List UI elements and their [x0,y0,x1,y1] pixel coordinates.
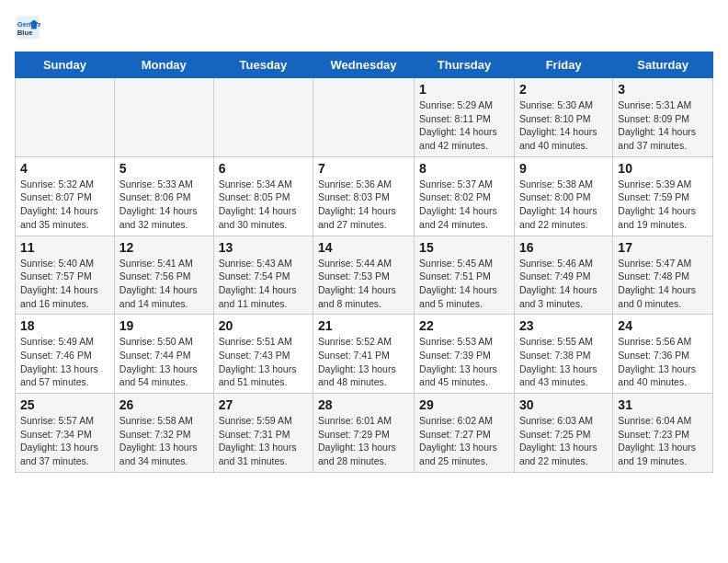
day-info: Sunrise: 5:53 AM Sunset: 7:39 PM Dayligh… [419,335,509,389]
svg-text:General: General [17,20,40,29]
day-number: 9 [519,161,608,176]
day-info: Sunrise: 5:58 AM Sunset: 7:32 PM Dayligh… [119,414,209,468]
day-number: 29 [419,397,509,412]
calendar-cell: 17Sunrise: 5:47 AM Sunset: 7:48 PM Dayli… [613,236,713,315]
calendar-cell: 24Sunrise: 5:56 AM Sunset: 7:36 PM Dayli… [613,315,713,394]
day-info: Sunrise: 5:29 AM Sunset: 8:11 PM Dayligh… [419,98,509,153]
day-info: Sunrise: 6:02 AM Sunset: 7:27 PM Dayligh… [419,414,509,468]
day-info: Sunrise: 6:01 AM Sunset: 7:29 PM Dayligh… [318,414,409,468]
day-info: Sunrise: 5:47 AM Sunset: 7:48 PM Dayligh… [618,257,708,311]
day-number: 2 [519,82,608,97]
day-number: 10 [618,161,708,176]
day-info: Sunrise: 5:32 AM Sunset: 8:07 PM Dayligh… [20,178,109,232]
calendar-cell: 15Sunrise: 5:45 AM Sunset: 7:51 PM Dayli… [415,236,515,315]
calendar-cell: 9Sunrise: 5:38 AM Sunset: 8:00 PM Daylig… [514,156,612,236]
weekday-header-tuesday: Tuesday [213,52,313,78]
page-header: General Blue [15,15,713,40]
calendar-cell: 30Sunrise: 6:03 AM Sunset: 7:25 PM Dayli… [514,394,612,473]
calendar-cell: 31Sunrise: 6:04 AM Sunset: 7:23 PM Dayli… [613,394,713,473]
day-number: 17 [618,240,708,255]
day-number: 13 [219,240,308,255]
day-info: Sunrise: 5:51 AM Sunset: 7:43 PM Dayligh… [219,335,308,389]
calendar-cell: 6Sunrise: 5:34 AM Sunset: 8:05 PM Daylig… [213,156,313,236]
day-info: Sunrise: 5:34 AM Sunset: 8:05 PM Dayligh… [219,178,308,232]
day-info: Sunrise: 5:33 AM Sunset: 8:06 PM Dayligh… [119,178,209,232]
calendar-table: SundayMondayTuesdayWednesdayThursdayFrid… [15,52,713,473]
day-number: 31 [618,397,708,412]
day-number: 16 [519,240,608,255]
day-number: 20 [219,318,308,333]
weekday-header-friday: Friday [514,52,612,78]
day-info: Sunrise: 5:40 AM Sunset: 7:57 PM Dayligh… [20,257,109,311]
calendar-cell: 16Sunrise: 5:46 AM Sunset: 7:49 PM Dayli… [514,236,612,315]
calendar-cell: 25Sunrise: 5:57 AM Sunset: 7:34 PM Dayli… [16,394,115,473]
day-number: 25 [20,397,109,412]
day-info: Sunrise: 5:41 AM Sunset: 7:56 PM Dayligh… [119,257,209,311]
calendar-cell [313,78,415,157]
day-number: 19 [119,318,209,333]
day-info: Sunrise: 6:03 AM Sunset: 7:25 PM Dayligh… [519,414,608,468]
weekday-header-wednesday: Wednesday [313,52,415,78]
calendar-cell: 12Sunrise: 5:41 AM Sunset: 7:56 PM Dayli… [114,236,213,315]
calendar-cell: 11Sunrise: 5:40 AM Sunset: 7:57 PM Dayli… [16,236,115,315]
day-number: 1 [419,82,509,97]
calendar-cell: 3Sunrise: 5:31 AM Sunset: 8:09 PM Daylig… [613,78,713,157]
day-info: Sunrise: 5:37 AM Sunset: 8:02 PM Dayligh… [419,178,509,232]
day-info: Sunrise: 5:43 AM Sunset: 7:54 PM Dayligh… [219,257,308,311]
weekday-header-saturday: Saturday [613,52,713,78]
day-number: 28 [318,397,409,412]
calendar-cell: 20Sunrise: 5:51 AM Sunset: 7:43 PM Dayli… [213,315,313,394]
day-info: Sunrise: 5:39 AM Sunset: 7:59 PM Dayligh… [618,178,708,232]
day-number: 5 [119,161,209,176]
day-number: 23 [519,318,608,333]
calendar-cell: 27Sunrise: 5:59 AM Sunset: 7:31 PM Dayli… [213,394,313,473]
day-info: Sunrise: 5:30 AM Sunset: 8:10 PM Dayligh… [519,98,608,153]
weekday-header-monday: Monday [114,52,213,78]
svg-text:Blue: Blue [17,29,33,37]
day-info: Sunrise: 5:52 AM Sunset: 7:41 PM Dayligh… [318,335,409,389]
day-info: Sunrise: 5:50 AM Sunset: 7:44 PM Dayligh… [119,335,209,389]
calendar-cell: 19Sunrise: 5:50 AM Sunset: 7:44 PM Dayli… [114,315,213,394]
day-number: 6 [219,161,308,176]
calendar-cell: 4Sunrise: 5:32 AM Sunset: 8:07 PM Daylig… [16,156,115,236]
calendar-cell: 18Sunrise: 5:49 AM Sunset: 7:46 PM Dayli… [16,315,115,394]
day-info: Sunrise: 5:45 AM Sunset: 7:51 PM Dayligh… [419,257,509,311]
calendar-cell: 28Sunrise: 6:01 AM Sunset: 7:29 PM Dayli… [313,394,415,473]
day-info: Sunrise: 5:31 AM Sunset: 8:09 PM Dayligh… [618,98,708,153]
day-info: Sunrise: 5:49 AM Sunset: 7:46 PM Dayligh… [20,335,109,389]
calendar-cell: 8Sunrise: 5:37 AM Sunset: 8:02 PM Daylig… [415,156,515,236]
calendar-cell: 21Sunrise: 5:52 AM Sunset: 7:41 PM Dayli… [313,315,415,394]
day-number: 11 [20,240,109,255]
day-info: Sunrise: 6:04 AM Sunset: 7:23 PM Dayligh… [618,414,708,468]
calendar-cell: 7Sunrise: 5:36 AM Sunset: 8:03 PM Daylig… [313,156,415,236]
calendar-cell: 5Sunrise: 5:33 AM Sunset: 8:06 PM Daylig… [114,156,213,236]
day-number: 12 [119,240,209,255]
calendar-cell: 23Sunrise: 5:55 AM Sunset: 7:38 PM Dayli… [514,315,612,394]
calendar-cell: 2Sunrise: 5:30 AM Sunset: 8:10 PM Daylig… [514,78,612,157]
day-number: 4 [20,161,109,176]
day-info: Sunrise: 5:38 AM Sunset: 8:00 PM Dayligh… [519,178,608,232]
day-info: Sunrise: 5:46 AM Sunset: 7:49 PM Dayligh… [519,257,608,311]
logo-icon: General Blue [15,15,40,40]
day-number: 30 [519,397,608,412]
calendar-cell [114,78,213,157]
day-number: 21 [318,318,409,333]
day-number: 18 [20,318,109,333]
day-number: 15 [419,240,509,255]
weekday-header-thursday: Thursday [415,52,515,78]
calendar-cell: 13Sunrise: 5:43 AM Sunset: 7:54 PM Dayli… [213,236,313,315]
day-info: Sunrise: 5:59 AM Sunset: 7:31 PM Dayligh… [219,414,308,468]
day-number: 27 [219,397,308,412]
day-number: 7 [318,161,409,176]
day-number: 3 [618,82,708,97]
day-number: 26 [119,397,209,412]
day-info: Sunrise: 5:55 AM Sunset: 7:38 PM Dayligh… [519,335,608,389]
day-number: 24 [618,318,708,333]
weekday-header-sunday: Sunday [16,52,115,78]
day-number: 8 [419,161,509,176]
calendar-cell: 29Sunrise: 6:02 AM Sunset: 7:27 PM Dayli… [415,394,515,473]
calendar-cell: 26Sunrise: 5:58 AM Sunset: 7:32 PM Dayli… [114,394,213,473]
calendar-cell: 10Sunrise: 5:39 AM Sunset: 7:59 PM Dayli… [613,156,713,236]
day-info: Sunrise: 5:56 AM Sunset: 7:36 PM Dayligh… [618,335,708,389]
day-info: Sunrise: 5:36 AM Sunset: 8:03 PM Dayligh… [318,178,409,232]
